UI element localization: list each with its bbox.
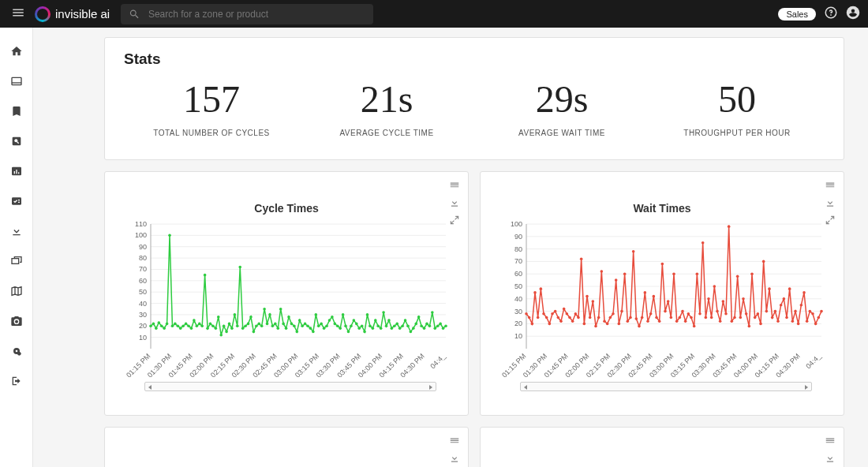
svg-point-225 — [641, 316, 644, 319]
brand-logo[interactable]: invisible ai — [35, 6, 110, 22]
page-search-icon[interactable] — [9, 133, 24, 149]
chart-scrollbar[interactable] — [144, 382, 436, 391]
svg-point-117 — [361, 324, 364, 327]
svg-point-242 — [690, 316, 693, 319]
exit-icon[interactable] — [9, 373, 24, 389]
svg-point-102 — [320, 322, 323, 325]
svg-text:90: 90 — [139, 243, 147, 251]
chart-title: Wait Times — [488, 202, 836, 215]
search-input[interactable] — [148, 9, 365, 20]
svg-point-68 — [228, 322, 231, 325]
svg-point-99 — [312, 330, 315, 333]
svg-point-39 — [149, 324, 152, 327]
map-icon[interactable] — [9, 283, 24, 299]
checklist-icon[interactable] — [9, 193, 24, 209]
svg-point-279 — [797, 322, 800, 325]
help-icon[interactable] — [824, 6, 838, 23]
svg-point-142 — [428, 324, 432, 327]
download-icon[interactable] — [9, 223, 24, 239]
svg-point-215 — [612, 312, 615, 316]
svg-rect-8 — [18, 172, 19, 174]
svg-point-67 — [225, 330, 228, 333]
svg-point-52 — [185, 322, 188, 325]
svg-point-272 — [776, 319, 780, 323]
svg-point-205 — [583, 322, 586, 325]
stat-item: 29s AVERAGE WAIT TIME — [474, 79, 649, 137]
settings-gear-icon[interactable] — [9, 343, 24, 359]
search-box[interactable] — [121, 4, 373, 24]
hamburger-menu-icon[interactable] — [8, 2, 28, 26]
svg-text:30: 30 — [514, 307, 522, 315]
main-content: Stats 157 TOTAL NUMBER OF CYCLES21s AVER… — [33, 28, 868, 467]
svg-point-55 — [193, 319, 196, 322]
stat-item: 21s AVERAGE CYCLE TIME — [299, 79, 474, 137]
svg-point-219 — [623, 272, 627, 275]
svg-text:20: 20 — [139, 322, 147, 330]
svg-point-76 — [249, 316, 253, 319]
svg-point-210 — [597, 316, 600, 319]
chart-menu-icon[interactable] — [825, 180, 836, 191]
svg-point-261 — [745, 312, 748, 316]
svg-point-262 — [748, 325, 751, 328]
stat-value: 21s — [299, 79, 474, 121]
chart-expand-icon[interactable] — [449, 215, 460, 226]
svg-point-98 — [309, 327, 312, 330]
svg-point-63 — [215, 327, 218, 330]
svg-point-280 — [800, 304, 803, 307]
svg-point-132 — [401, 324, 404, 327]
svg-point-240 — [684, 319, 687, 323]
svg-point-60 — [206, 327, 209, 330]
svg-point-135 — [410, 330, 413, 333]
chart-download-icon[interactable] — [449, 453, 460, 464]
chart-scrollbar[interactable] — [520, 382, 812, 391]
svg-point-263 — [750, 272, 754, 275]
svg-point-194 — [551, 312, 554, 316]
chart-download-icon[interactable] — [825, 453, 836, 464]
svg-point-211 — [600, 270, 604, 273]
svg-point-212 — [603, 319, 606, 323]
home-icon[interactable] — [9, 43, 24, 59]
svg-point-274 — [783, 297, 786, 301]
svg-point-227 — [646, 319, 649, 323]
bookmark-icon[interactable] — [9, 103, 24, 119]
app-header: invisible ai Sales — [0, 0, 868, 28]
chart-plot: 102030405060708090100 01:15 PM01:30 PM01… — [488, 219, 836, 377]
svg-point-62 — [211, 324, 215, 327]
chart-menu-icon[interactable] — [449, 435, 460, 446]
svg-point-233 — [664, 310, 667, 313]
svg-point-82 — [266, 322, 269, 325]
svg-text:30: 30 — [139, 311, 147, 319]
svg-point-253 — [722, 300, 725, 303]
chart-menu-icon[interactable] — [449, 180, 460, 191]
svg-point-66 — [223, 324, 226, 327]
chart-menu-icon[interactable] — [825, 435, 836, 446]
svg-point-133 — [404, 319, 407, 322]
svg-point-230 — [655, 316, 658, 319]
svg-point-248 — [707, 297, 710, 301]
analytics-icon[interactable] — [9, 163, 24, 179]
svg-text:40: 40 — [139, 299, 147, 307]
user-avatar[interactable] — [846, 6, 860, 23]
chart-download-icon[interactable] — [449, 197, 460, 208]
svg-point-235 — [670, 316, 673, 319]
svg-point-247 — [705, 316, 708, 319]
stat-value: 50 — [649, 79, 825, 121]
svg-point-146 — [439, 322, 442, 325]
svg-text:80: 80 — [139, 254, 147, 262]
svg-point-217 — [618, 322, 621, 325]
svg-point-41 — [155, 327, 158, 330]
svg-point-136 — [412, 327, 415, 330]
panel-icon[interactable] — [9, 73, 24, 89]
svg-point-75 — [247, 322, 250, 325]
layers-icon[interactable] — [9, 253, 24, 269]
chart-expand-icon[interactable] — [825, 215, 836, 226]
camera-icon[interactable] — [9, 313, 24, 329]
svg-point-116 — [357, 327, 361, 330]
svg-point-101 — [317, 324, 320, 327]
sales-badge[interactable]: Sales — [778, 8, 816, 21]
svg-point-276 — [788, 287, 791, 290]
svg-point-89 — [285, 327, 288, 330]
svg-point-268 — [765, 310, 769, 313]
svg-point-285 — [814, 322, 817, 325]
chart-download-icon[interactable] — [825, 197, 836, 208]
